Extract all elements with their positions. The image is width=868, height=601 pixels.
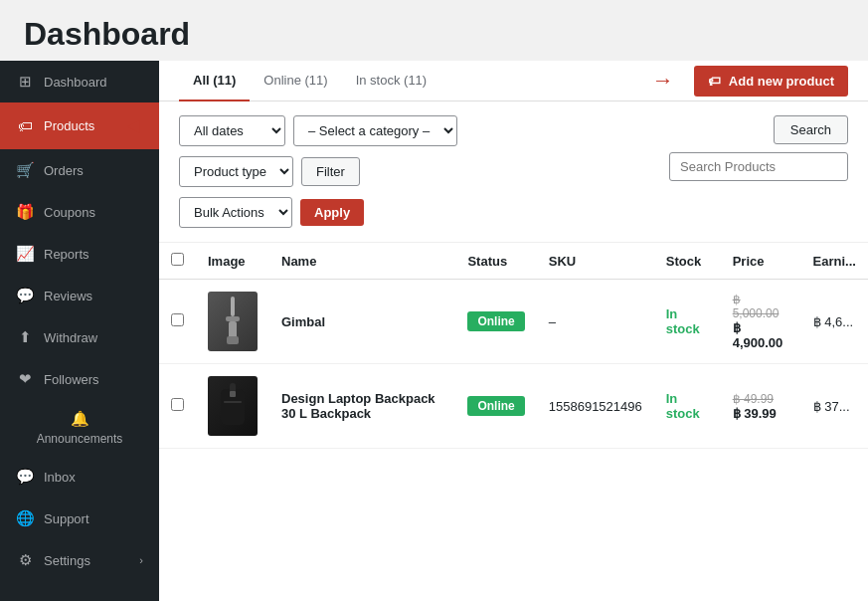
product-image-backpack (208, 376, 258, 436)
svg-rect-3 (227, 336, 239, 344)
sidebar-label-followers: Followers (44, 372, 143, 387)
followers-icon: ❤ (16, 370, 34, 388)
row-stock-1: In stock (654, 280, 721, 364)
row-status-2: Online (455, 364, 536, 449)
sidebar-item-orders[interactable]: 🛒 Orders (0, 149, 159, 191)
row-status-1: Online (455, 280, 536, 364)
status-badge-2: Online (467, 396, 524, 416)
table-row: Gimbal Online – In stock ฿ 5,000.00 ฿ 4,… (159, 280, 868, 364)
row-price-2: ฿ 49.99 ฿ 39.99 (721, 364, 801, 449)
date-filter-select[interactable]: All dates Today This week This month (179, 115, 285, 146)
tabs-bar: All (11) Online (11) In stock (11) → 🏷 A… (159, 61, 868, 101)
row-stock-2: In stock (654, 364, 721, 449)
table-row: Design Laptop Backpack 30 L Backpack Onl… (159, 364, 868, 449)
announcements-icon: 🔔 (71, 410, 88, 428)
row-checkbox-1 (159, 280, 196, 364)
sidebar-label-settings: Settings (44, 553, 129, 568)
withdraw-icon: ⬆ (16, 328, 34, 346)
table-header-name: Name (269, 243, 455, 280)
sidebar-label-inbox: Inbox (44, 470, 143, 485)
tab-instock[interactable]: In stock (11) (342, 61, 441, 101)
table-header-price: Price (721, 243, 801, 280)
add-product-icon: 🏷 (708, 74, 721, 89)
row-image-1 (196, 280, 269, 364)
tab-online[interactable]: Online (11) (250, 61, 341, 101)
row-sku-1: – (537, 280, 654, 364)
row-name-1: Gimbal (269, 280, 455, 364)
row-earnings-1: ฿ 4,6... (801, 280, 868, 364)
sidebar-item-followers[interactable]: ❤ Followers (0, 358, 159, 400)
page-title: Dashboard (0, 0, 868, 61)
sidebar-label-products: Products (44, 118, 109, 133)
sidebar-item-coupons[interactable]: 🎁 Coupons (0, 191, 159, 233)
row-earnings-2: ฿ 37... (801, 364, 868, 449)
sidebar-label-support: Support (44, 511, 143, 526)
reviews-icon: 💬 (16, 287, 34, 304)
table-header-checkbox (159, 243, 196, 280)
row-price-1: ฿ 5,000.00 ฿ 4,900.00 (721, 280, 801, 364)
table-header-status: Status (455, 243, 536, 280)
table-header-stock: Stock (654, 243, 721, 280)
table-header-sku: SKU (537, 243, 654, 280)
bulk-actions-select[interactable]: Bulk Actions (179, 197, 292, 228)
row-sku-2: 1558691521496 (537, 364, 654, 449)
sidebar-item-reports[interactable]: 📈 Reports (0, 233, 159, 275)
sidebar-item-inbox[interactable]: 💬 Inbox (0, 456, 159, 498)
sidebar-label-withdraw: Withdraw (44, 330, 143, 345)
add-product-arrow: → (652, 68, 674, 94)
sidebar-label-reviews: Reviews (44, 289, 143, 303)
reports-icon: 📈 (16, 245, 34, 263)
filters-area: All dates Today This week This month – S… (159, 101, 868, 243)
table-header-earnings: Earni... (801, 243, 868, 280)
settings-icon: ⚙ (16, 551, 34, 569)
tab-all[interactable]: All (11) (179, 61, 250, 101)
tabs-list: All (11) Online (11) In stock (11) (179, 61, 440, 100)
products-arrow: ◄ (123, 114, 143, 137)
category-filter-select[interactable]: – Select a category – (293, 115, 457, 146)
sidebar: ⊞ Dashboard 🏷 Products ◄ 🛒 Orders 🎁 Coup… (0, 61, 159, 601)
coupons-icon: 🎁 (16, 203, 34, 221)
row-select-checkbox-1[interactable] (171, 313, 184, 326)
sidebar-item-reviews[interactable]: 💬 Reviews (0, 275, 159, 316)
svg-rect-7 (230, 391, 236, 397)
product-image-gimbal (208, 292, 258, 351)
settings-chevron-icon: › (139, 554, 143, 566)
sidebar-label-announcements: Announcements (37, 432, 123, 446)
apply-button[interactable]: Apply (300, 199, 364, 226)
filter-button[interactable]: Filter (301, 157, 360, 186)
select-all-checkbox[interactable] (171, 253, 184, 266)
row-image-2 (196, 364, 269, 449)
table-header-image: Image (196, 243, 269, 280)
products-icon: 🏷 (16, 117, 34, 134)
search-button[interactable]: Search (774, 115, 848, 144)
sidebar-label-reports: Reports (44, 247, 143, 262)
products-table: Image Name Status SKU Stock Price Earni.… (159, 243, 868, 449)
dashboard-icon: ⊞ (16, 73, 34, 91)
row-name-2: Design Laptop Backpack 30 L Backpack (269, 364, 455, 449)
status-badge-1: Online (467, 311, 524, 331)
svg-rect-6 (224, 401, 242, 403)
sidebar-item-products[interactable]: 🏷 Products ◄ (0, 102, 159, 149)
svg-rect-1 (226, 316, 240, 321)
search-input[interactable] (669, 152, 848, 181)
svg-rect-0 (231, 297, 235, 316)
sidebar-label-dashboard: Dashboard (44, 75, 143, 90)
main-content: All (11) Online (11) In stock (11) → 🏷 A… (159, 61, 868, 601)
sidebar-item-settings[interactable]: ⚙ Settings › (0, 539, 159, 581)
sidebar-item-dashboard[interactable]: ⊞ Dashboard (0, 61, 159, 102)
sidebar-item-withdraw[interactable]: ⬆ Withdraw (0, 316, 159, 358)
support-icon: 🌐 (16, 509, 34, 527)
sidebar-item-support[interactable]: 🌐 Support (0, 498, 159, 539)
orders-icon: 🛒 (16, 161, 34, 179)
sidebar-item-announcements[interactable]: 🔔 Announcements (0, 400, 159, 456)
sidebar-label-coupons: Coupons (44, 205, 143, 220)
sidebar-label-orders: Orders (44, 163, 143, 178)
add-product-button[interactable]: 🏷 Add new product (694, 66, 848, 97)
product-type-filter-select[interactable]: Product type (179, 156, 293, 187)
row-checkbox-2 (159, 364, 196, 449)
row-select-checkbox-2[interactable] (171, 398, 184, 411)
inbox-icon: 💬 (16, 468, 34, 486)
add-product-label: Add new product (729, 74, 834, 89)
